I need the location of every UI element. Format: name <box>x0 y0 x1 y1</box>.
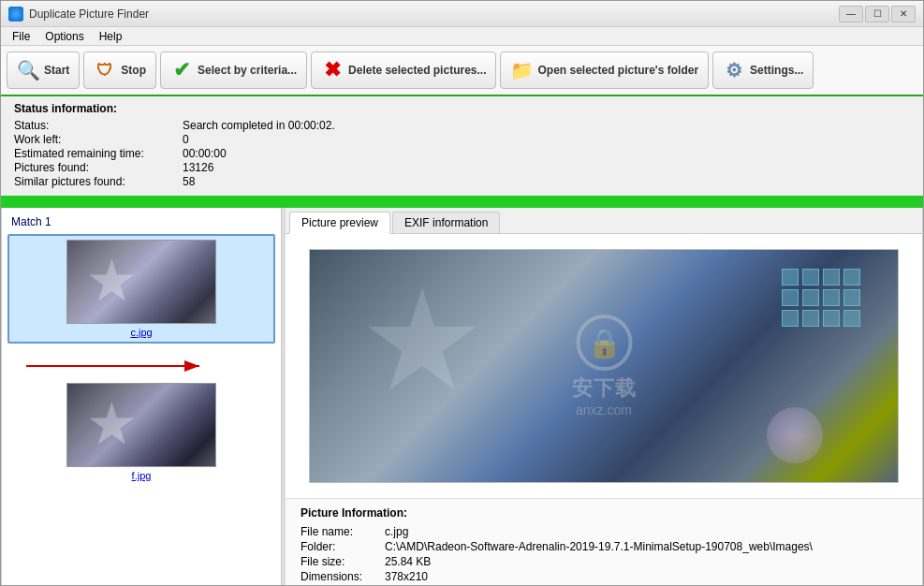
preview-image: 🔒 安下载 anxz.com <box>309 249 899 483</box>
status-value-2: 00:00:00 <box>183 147 910 160</box>
preview-tabs: Picture preview EXIF information <box>286 208 922 234</box>
info-value-dimensions: 378x210 <box>385 570 907 583</box>
status-value-0: Search completed in 00:00:02. <box>183 119 910 132</box>
minimize-button[interactable]: — <box>839 6 863 22</box>
delete-label: Delete selected pictures... <box>348 64 486 77</box>
image-star-decoration <box>366 287 478 400</box>
arrow-row <box>7 353 275 379</box>
delete-pictures-button[interactable]: ✖ Delete selected pictures... <box>311 51 496 89</box>
thumbnail-1 <box>66 240 216 324</box>
thumbnail-2 <box>66 383 216 467</box>
menu-options[interactable]: Options <box>37 28 91 45</box>
picture-info-title: Picture Information: <box>301 506 907 520</box>
start-label: Start <box>44 64 69 77</box>
toolbar: 🔍 Start 🛡 Stop ✔ Select by criteria... ✖… <box>1 46 923 96</box>
app-title: Duplicate Picture Finder <box>29 7 839 21</box>
maximize-button[interactable]: ☐ <box>865 6 889 22</box>
status-area: Status information: Status: Search compl… <box>1 96 923 198</box>
image-squares-decoration <box>782 269 860 327</box>
status-label-1: Work left: <box>14 133 183 146</box>
preview-image-area: 🔒 安下载 anxz.com <box>286 234 922 498</box>
info-label-filesize: File size: <box>301 555 385 568</box>
star-decoration <box>88 258 135 305</box>
open-folder-button[interactable]: 📁 Open selected picture's folder <box>500 51 709 89</box>
image-flower-decoration <box>767 407 823 463</box>
list-item[interactable]: c.jpg <box>7 234 275 344</box>
start-icon: 🔍 <box>17 59 39 81</box>
status-value-3: 13126 <box>183 161 910 174</box>
main-content: Match 1 c.jpg <box>1 208 923 586</box>
thumbnail-label-1: c.jpg <box>130 327 152 338</box>
match-arrow <box>26 357 213 375</box>
tab-exif[interactable]: EXIF information <box>392 212 500 233</box>
menu-file[interactable]: File <box>5 28 37 45</box>
settings-icon: ⚙ <box>723 59 745 81</box>
start-button[interactable]: 🔍 Start <box>7 51 80 89</box>
select-criteria-button[interactable]: ✔ Select by criteria... <box>160 51 307 89</box>
status-table: Status: Search completed in 00:00:02. Wo… <box>14 119 910 188</box>
titlebar: Duplicate Picture Finder — ☐ ✕ <box>1 1 923 27</box>
menubar: File Options Help <box>1 27 923 46</box>
status-title: Status information: <box>14 102 910 115</box>
delete-icon: ✖ <box>321 59 344 81</box>
status-value-1: 0 <box>183 133 910 146</box>
app-icon <box>8 7 23 22</box>
thumbnail-label-2: f.jpg <box>132 470 152 481</box>
list-item[interactable]: f.jpg <box>7 379 275 485</box>
info-label-folder: Folder: <box>301 540 385 553</box>
stop-icon: 🛡 <box>94 59 116 81</box>
settings-label: Settings... <box>750 64 803 77</box>
left-panel[interactable]: Match 1 c.jpg <box>1 208 282 586</box>
tab-picture-preview[interactable]: Picture preview <box>289 212 390 234</box>
status-value-4: 58 <box>183 175 910 188</box>
close-button[interactable]: ✕ <box>891 6 916 22</box>
status-label-4: Similar pictures found: <box>14 175 183 188</box>
info-value-folder: C:\AMD\Radeon-Software-Adrenalin-2019-19… <box>385 540 907 553</box>
picture-info: Picture Information: File name: c.jpg Fo… <box>286 498 922 586</box>
match-header: Match 1 <box>7 213 275 230</box>
folder-icon: 📁 <box>510 59 533 81</box>
watermark-text-sub: anxz.com <box>576 403 632 418</box>
watermark-icon: 🔒 <box>576 315 632 371</box>
status-label-0: Status: <box>14 119 183 132</box>
info-label-dimensions: Dimensions: <box>301 570 385 583</box>
stop-label: Stop <box>121 64 146 77</box>
info-label-filename: File name: <box>301 525 385 538</box>
window-controls: — ☐ ✕ <box>839 6 916 22</box>
watermark: 🔒 安下载 anxz.com <box>572 315 637 418</box>
select-label: Select by criteria... <box>198 64 297 77</box>
folder-label: Open selected picture's folder <box>537 64 698 77</box>
picture-info-table: File name: c.jpg Folder: C:\AMD\Radeon-S… <box>301 525 907 583</box>
progress-bar <box>1 198 923 208</box>
status-label-2: Estimated remaining time: <box>14 147 183 160</box>
match-group: Match 1 c.jpg <box>2 208 281 500</box>
info-value-filename: c.jpg <box>385 525 907 538</box>
watermark-text-main: 安下载 <box>572 374 637 403</box>
star-decoration-2 <box>88 402 135 448</box>
stop-button[interactable]: 🛡 Stop <box>83 51 156 89</box>
status-label-3: Pictures found: <box>14 161 183 174</box>
checkmark-icon: ✔ <box>170 59 193 81</box>
settings-button[interactable]: ⚙ Settings... <box>712 51 814 89</box>
right-panel: Picture preview EXIF information 🔒 安下载 a… <box>286 208 923 586</box>
menu-help[interactable]: Help <box>92 28 130 45</box>
info-value-filesize: 25.84 KB <box>385 555 907 568</box>
